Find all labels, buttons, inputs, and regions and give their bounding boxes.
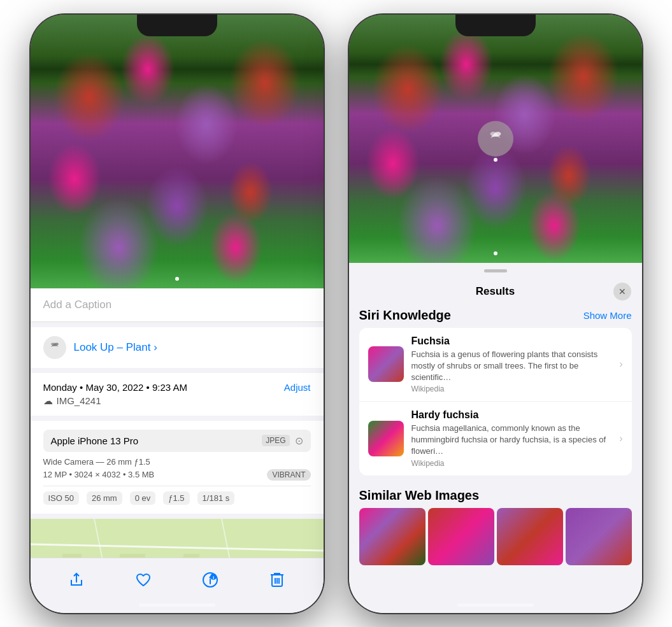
visual-lookup-icon <box>43 336 66 359</box>
flower-image <box>31 15 324 288</box>
filename-text: IMG_4241 <box>57 395 101 406</box>
left-phone-screen: Add a Caption Look Up – Plant › Monday •… <box>31 15 324 613</box>
fuchsia-item[interactable]: Fuchsia Fuchsia is a genus of flowering … <box>359 328 632 402</box>
svg-rect-7 <box>183 554 199 558</box>
device-info-section: Apple iPhone 13 Pro JPEG ⊙ Wide Camera —… <box>31 421 324 514</box>
right-photo-display[interactable] <box>349 15 642 263</box>
close-button[interactable]: ✕ <box>613 283 631 300</box>
caption-field[interactable]: Add a Caption <box>31 288 324 322</box>
svg-rect-5 <box>62 554 82 558</box>
svg-rect-6 <box>120 554 145 558</box>
photo-metadata: Monday • May 30, 2022 • 9:23 AM Adjust ☁… <box>31 373 324 416</box>
similar-images-title: Similar Web Images <box>359 488 632 503</box>
fuchsia-content: Fuchsia Fuchsia is a genus of flowering … <box>411 335 612 394</box>
photo-date: Monday • May 30, 2022 • 9:23 AM <box>43 382 187 393</box>
iso-value: ISO 50 <box>43 491 79 505</box>
right-phone-screen: Results ✕ Siri Knowledge Show More <box>349 15 642 613</box>
hardy-fuchsia-description: Fuchsia magellanica, commonly known as t… <box>411 423 612 458</box>
hardy-fuchsia-item[interactable]: Hardy fuchsia Fuchsia magellanica, commo… <box>359 402 632 476</box>
show-more-button[interactable]: Show More <box>583 310 632 321</box>
adjust-button[interactable]: Adjust <box>284 382 311 393</box>
info-button[interactable]: i <box>196 566 224 594</box>
similar-images-section: Similar Web Images <box>349 481 642 570</box>
exif-row: ISO 50 26 mm 0 ev ƒ1.5 1/181 s <box>43 486 311 505</box>
right-page-dot <box>494 251 497 255</box>
siri-knowledge-header: Siri Knowledge Show More <box>359 308 632 323</box>
caption-placeholder: Add a Caption <box>43 299 112 311</box>
hardy-fuchsia-chevron-icon: › <box>619 433 622 444</box>
lookup-row[interactable]: Look Up – Plant › <box>31 327 324 368</box>
resolution-row: 12 MP • 3024 × 4032 • 3.5 MB VIBRANT <box>43 469 311 481</box>
right-home-indicator <box>457 603 534 607</box>
home-indicator <box>139 603 215 607</box>
shutter-value: 1/181 s <box>197 491 235 505</box>
similar-image-1[interactable] <box>359 508 425 565</box>
results-sheet: Results ✕ Siri Knowledge Show More <box>349 263 642 613</box>
resolution-text: 12 MP • 3024 × 4032 • 3.5 MB <box>43 470 155 479</box>
device-row: Apple iPhone 13 Pro JPEG ⊙ <box>43 430 311 452</box>
right-phone: Results ✕ Siri Knowledge Show More <box>349 15 642 613</box>
format-badges: JPEG ⊙ <box>262 435 303 447</box>
fuchsia-name: Fuchsia <box>411 335 612 347</box>
results-header: Results ✕ <box>349 278 642 308</box>
hardy-fuchsia-name: Hardy fuchsia <box>411 409 612 421</box>
photo-display[interactable] <box>31 15 324 288</box>
format-badge: JPEG <box>262 435 289 446</box>
focal-value: 26 mm <box>87 491 122 505</box>
map-area[interactable] <box>31 519 324 558</box>
filename-row: ☁ IMG_4241 <box>43 395 311 407</box>
svg-text:i: i <box>213 574 214 580</box>
cloud-icon: ☁ <box>43 395 53 407</box>
date-row: Monday • May 30, 2022 • 9:23 AM Adjust <box>43 382 311 393</box>
visual-search-button[interactable] <box>478 121 513 157</box>
aperture-value: ƒ1.5 <box>163 491 189 505</box>
fuchsia-thumbnail <box>368 346 404 382</box>
siri-knowledge-title: Siri Knowledge <box>359 308 451 323</box>
visual-search-dot <box>494 158 497 162</box>
delete-button[interactable] <box>263 566 291 594</box>
share-button[interactable] <box>62 566 90 594</box>
fuchsia-description: Fuchsia is a genus of flowering plants t… <box>411 349 612 384</box>
siri-results-card: Fuchsia Fuchsia is a genus of flowering … <box>359 328 632 476</box>
similar-image-2[interactable] <box>428 508 494 565</box>
fuchsia-source: Wikipedia <box>411 384 612 393</box>
siri-knowledge-section: Siri Knowledge Show More Fuchsia Fuchsia… <box>349 308 642 481</box>
photo-info-area: Add a Caption Look Up – Plant › Monday •… <box>31 288 324 558</box>
lookup-label: Look Up – Plant › <box>74 341 157 354</box>
close-icon: ✕ <box>618 286 626 297</box>
left-phone: Add a Caption Look Up – Plant › Monday •… <box>31 15 324 613</box>
similar-image-3[interactable] <box>497 508 563 565</box>
ev-value: 0 ev <box>130 491 156 505</box>
page-indicator <box>175 277 179 281</box>
camera-specs: Wide Camera — 26 mm ƒ1.5 <box>43 457 311 467</box>
location-icon: ⊙ <box>295 435 303 447</box>
results-title: Results <box>476 285 515 298</box>
hardy-fuchsia-thumbnail <box>368 421 404 456</box>
fuchsia-chevron-icon: › <box>619 358 622 370</box>
similar-images-grid <box>359 508 632 565</box>
device-name: Apple iPhone 13 Pro <box>51 435 139 446</box>
right-page-indicator <box>494 251 497 255</box>
similar-image-4[interactable] <box>566 508 632 565</box>
quality-badge: VIBRANT <box>267 469 310 481</box>
like-button[interactable] <box>129 566 157 594</box>
page-dot-1 <box>175 277 179 281</box>
svg-rect-0 <box>31 519 324 558</box>
hardy-fuchsia-source: Wikipedia <box>411 459 612 468</box>
hardy-fuchsia-content: Hardy fuchsia Fuchsia magellanica, commo… <box>411 409 612 468</box>
sheet-handle <box>484 269 507 272</box>
